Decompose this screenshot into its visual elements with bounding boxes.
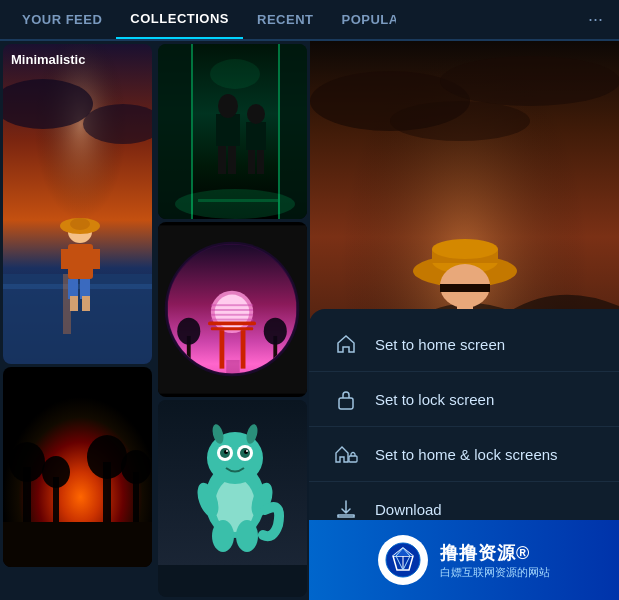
- svg-rect-29: [278, 44, 307, 219]
- svg-point-85: [390, 101, 530, 141]
- svg-rect-55: [211, 327, 253, 330]
- svg-rect-30: [191, 44, 193, 219]
- svg-rect-28: [158, 44, 193, 219]
- download-icon: [333, 496, 359, 522]
- right-column: W + Set to home screen: [310, 41, 619, 600]
- svg-rect-37: [248, 149, 255, 174]
- minimalistic-label: Minimalistic: [11, 52, 85, 67]
- home-icon: [333, 331, 359, 357]
- left-column: Minimalistic: [0, 41, 155, 600]
- svg-point-21: [42, 456, 70, 488]
- svg-rect-57: [241, 330, 246, 368]
- lock-icon: [333, 386, 359, 412]
- svg-point-73: [226, 450, 228, 452]
- svg-point-41: [210, 59, 260, 89]
- svg-rect-52: [211, 314, 253, 316]
- svg-point-80: [236, 520, 258, 552]
- nav-bar: YOUR FEED COLLECTIONS RECENT POPULAR ···: [0, 0, 619, 41]
- mid-column: [155, 41, 310, 600]
- svg-rect-51: [211, 309, 253, 311]
- svg-rect-7: [68, 244, 93, 279]
- svg-rect-33: [218, 144, 226, 174]
- svg-rect-95: [440, 284, 490, 292]
- svg-point-84: [440, 56, 619, 106]
- svg-rect-14: [82, 296, 90, 311]
- svg-point-32: [175, 189, 295, 219]
- svg-rect-42: [198, 199, 278, 202]
- svg-point-23: [87, 435, 127, 479]
- svg-rect-31: [278, 44, 280, 219]
- svg-rect-34: [228, 144, 236, 174]
- svg-rect-35: [216, 114, 240, 146]
- svg-rect-39: [246, 122, 266, 150]
- watermark-text: 撸撸资源® 白嫖互联网资源的网站: [440, 541, 550, 580]
- chibi-card[interactable]: [158, 400, 307, 597]
- svg-point-62: [264, 318, 287, 345]
- svg-point-40: [247, 104, 265, 124]
- svg-rect-54: [208, 322, 256, 326]
- tab-popular[interactable]: POPULAR: [327, 0, 410, 39]
- svg-rect-111: [349, 456, 357, 462]
- anime-sea-card[interactable]: Minimalistic: [3, 44, 152, 364]
- cyber-alley-card[interactable]: [158, 44, 307, 219]
- svg-point-60: [177, 318, 200, 345]
- tab-recent[interactable]: RECENT: [243, 0, 327, 39]
- torii-circle-card[interactable]: [158, 222, 307, 397]
- svg-rect-53: [211, 319, 253, 321]
- svg-rect-56: [220, 330, 225, 368]
- svg-point-74: [246, 450, 248, 452]
- content-area: Minimalistic: [0, 41, 619, 600]
- svg-point-79: [212, 520, 234, 552]
- set-home-screen-item[interactable]: Set to home screen: [309, 317, 619, 372]
- watermark-logo: [378, 535, 428, 585]
- more-menu-button[interactable]: ···: [580, 9, 611, 30]
- svg-rect-38: [257, 149, 264, 174]
- svg-point-19: [9, 442, 45, 482]
- tab-your-feed[interactable]: YOUR FEED: [8, 0, 116, 39]
- set-home-lock-screens-item[interactable]: Set to home & lock screens: [309, 427, 619, 482]
- dark-sunset-card[interactable]: [3, 367, 152, 567]
- set-lock-screen-item[interactable]: Set to lock screen: [309, 372, 619, 427]
- svg-rect-13: [70, 296, 78, 311]
- svg-point-25: [121, 450, 151, 484]
- svg-rect-50: [211, 304, 253, 306]
- watermark-overlay: 撸撸资源® 白嫖互联网资源的网站: [309, 520, 619, 600]
- svg-point-93: [432, 239, 498, 259]
- svg-point-36: [218, 94, 238, 118]
- svg-rect-16: [92, 249, 100, 269]
- svg-rect-15: [61, 249, 69, 269]
- home-lock-icon: [333, 441, 359, 467]
- svg-rect-110: [339, 398, 353, 409]
- svg-rect-26: [3, 522, 152, 567]
- tab-collections[interactable]: COLLECTIONS: [116, 0, 243, 39]
- svg-point-10: [70, 218, 90, 230]
